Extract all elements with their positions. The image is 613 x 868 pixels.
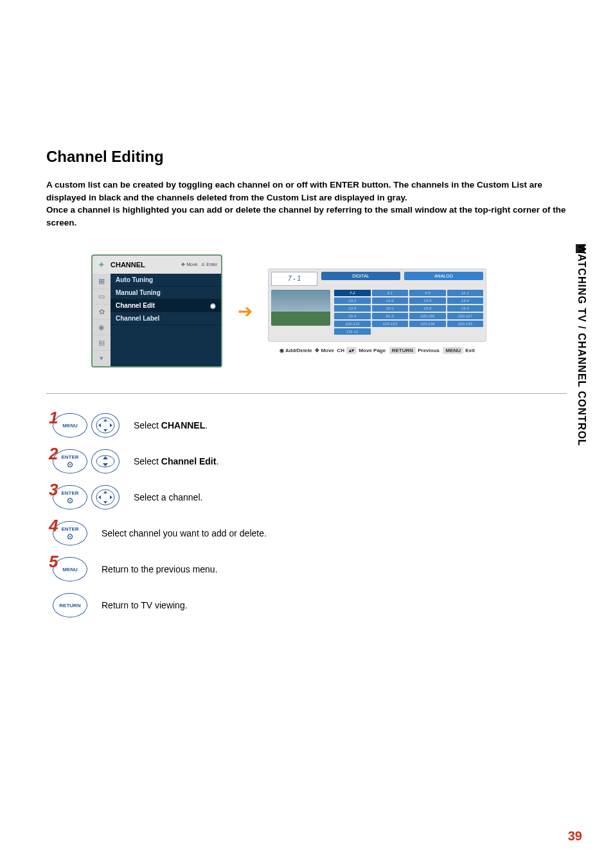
audio-icon: ▭	[93, 289, 111, 305]
channel-cell[interactable]: 13-1	[334, 297, 371, 304]
step-text: Return to the previous menu.	[102, 564, 218, 574]
channel-cell[interactable]: 9-5	[409, 290, 446, 296]
page-number: 39	[568, 829, 582, 844]
channel-cell-empty	[372, 328, 409, 335]
channel-grid: 7-19-19-511-113-113-213-313-413-515-115-…	[334, 290, 483, 335]
channel-cell[interactable]: 100-156	[409, 313, 446, 319]
menu-item-manual-tuning[interactable]: Manual Tuning	[111, 287, 221, 299]
page-title: Channel Editing	[46, 148, 567, 166]
channel-cell[interactable]: 131-11	[334, 328, 371, 335]
channel-cell[interactable]: 100-167	[447, 313, 484, 319]
input-icon: ▾	[93, 351, 111, 366]
step-text: Select CHANNEL.	[134, 420, 208, 430]
channel-cell[interactable]: 15-4	[334, 313, 371, 319]
section-side-label: WATCHING TV / CHANNEL CONTROL	[576, 244, 587, 447]
step-number: 4	[49, 516, 59, 536]
lock-icon: ▤	[93, 335, 111, 351]
tab-analog[interactable]: ANALOG	[404, 272, 483, 280]
instruction-step: 2ENTERSelect Channel Edit.	[49, 449, 567, 474]
channel-cell[interactable]: 120-134	[409, 321, 446, 327]
menu-title: CHANNEL	[111, 261, 181, 269]
channel-cell-empty	[409, 328, 446, 335]
picture-icon: ▦	[93, 274, 111, 289]
channel-cell[interactable]: 13-5	[334, 305, 371, 312]
channel-cell[interactable]: 82-2	[372, 313, 409, 319]
channel-menu-mock: ✦ CHANNEL ✥ Move ⊙ Enter ▦ ▭ ✿ ◉ ▤ ▾ Aut…	[91, 254, 222, 368]
tab-digital[interactable]: DIGITAL	[321, 272, 400, 280]
channel-cell[interactable]: 120-112	[334, 321, 371, 327]
channel-edit-mock: 7 - 1 DIGITAL ANALOG 7-19-19-511-113-113…	[268, 269, 486, 354]
menu-item-list: Auto Tuning Manual Tuning Channel Edit◉ …	[111, 274, 221, 366]
return-button-icon: RETURN	[53, 593, 87, 617]
menu-category-icons: ▦ ▭ ✿ ◉ ▤ ▾	[93, 274, 111, 366]
channel-cell[interactable]: 13-2	[372, 297, 409, 304]
channel-cell-empty	[447, 328, 484, 335]
channel-cell[interactable]: 120-145	[447, 321, 484, 327]
channel-cell[interactable]: 15-1	[372, 305, 409, 312]
step-number: 2	[49, 444, 59, 464]
arrow-icon: ➔	[238, 301, 253, 322]
menu-item-auto-tuning[interactable]: Auto Tuning	[111, 274, 221, 287]
menu-item-channel-label[interactable]: Channel Label	[111, 312, 221, 325]
menu-header-icon: ✦	[93, 256, 111, 274]
step-number: 1	[49, 408, 59, 428]
intro-paragraph: A custom list can be created by toggling…	[46, 179, 567, 229]
dpad-icon	[91, 413, 120, 438]
dpad-icon	[91, 485, 120, 509]
instruction-step: 4ENTERSelect channel you want to add or …	[49, 521, 567, 545]
step-text: Select Channel Edit.	[134, 456, 218, 466]
menu-item-channel-edit[interactable]: Channel Edit◉	[111, 299, 221, 312]
step-text: Return to TV viewing.	[102, 600, 188, 610]
step-number: 5	[49, 552, 59, 572]
instruction-step: 3ENTERSelect a channel.	[49, 485, 567, 509]
channel-cell[interactable]: 15-3	[447, 305, 484, 312]
channel-cell[interactable]: 120-123	[372, 321, 409, 327]
step-text: Select a channel.	[134, 492, 202, 502]
instruction-step: RETURNReturn to TV viewing.	[49, 593, 567, 617]
channel-cell[interactable]: 15-2	[409, 305, 446, 312]
channel-mock-footer: ◉ Add/Delete ✥ Move CH ▴▾ Move Page RETU…	[268, 347, 486, 354]
option-icon: ✿	[93, 305, 111, 320]
updown-icon	[91, 449, 120, 474]
current-channel-number: 7 - 1	[271, 272, 317, 286]
step-text: Select channel you want to add or delete…	[102, 528, 267, 538]
step-number: 3	[49, 480, 59, 500]
instruction-step: 1MENUSelect CHANNEL.	[49, 413, 567, 438]
instruction-step: 5MENUReturn to the previous menu.	[49, 557, 567, 581]
enter-icon: ◉	[210, 302, 216, 309]
channel-cell[interactable]: 7-1	[334, 290, 371, 296]
channel-cell[interactable]: 11-1	[447, 290, 484, 296]
menu-hint-enter: ⊙ Enter	[201, 262, 221, 267]
horizontal-separator	[46, 393, 567, 394]
channel-cell[interactable]: 9-1	[372, 290, 409, 296]
channel-cell[interactable]: 13-4	[447, 297, 484, 304]
channel-cell[interactable]: 13-3	[409, 297, 446, 304]
channel-preview-thumbnail	[271, 290, 330, 326]
menu-hint-move: ✥ Move	[181, 262, 201, 267]
time-icon: ◉	[93, 320, 111, 335]
